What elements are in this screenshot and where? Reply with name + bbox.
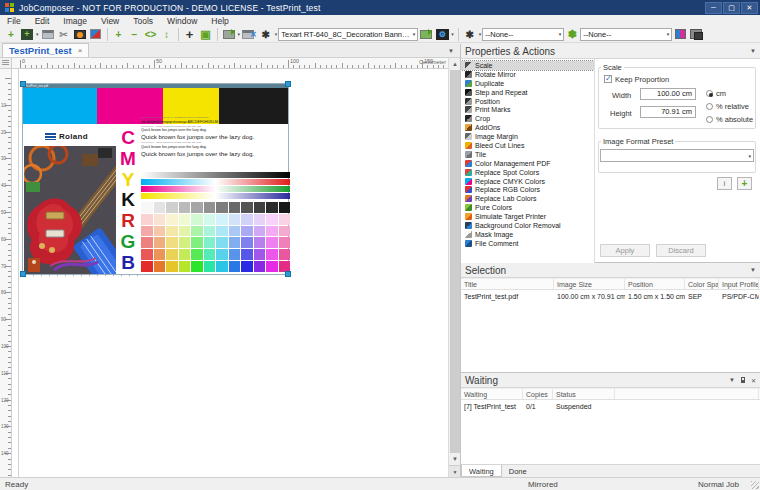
pin-icon[interactable] <box>741 377 745 383</box>
action-position[interactable]: Position <box>461 97 594 106</box>
action-replace-spot-colors[interactable]: Replace Spot Colors <box>461 168 594 177</box>
menu-file[interactable]: File <box>0 16 28 26</box>
preset-wand-icon[interactable]: ✱ <box>463 27 477 41</box>
cut-icon[interactable]: ✂ <box>57 27 71 41</box>
waiting-row[interactable]: [7] TestPrint_test0/1Suspended <box>461 400 760 412</box>
scrollbar-thumb[interactable] <box>450 70 460 453</box>
action-print-marks[interactable]: Print Marks <box>461 105 594 114</box>
swatch <box>254 249 266 260</box>
preset-wand-dropdown[interactable]: ▾ <box>479 31 482 37</box>
printer-flag-icon[interactable] <box>419 27 433 41</box>
minimize-button[interactable]: ─ <box>705 2 722 14</box>
tab-close-icon[interactable]: × <box>78 46 83 55</box>
center-image-icon[interactable]: + <box>183 27 197 41</box>
queue-tab-waiting[interactable]: Waiting <box>461 465 502 477</box>
send-to-print-icon[interactable] <box>222 27 236 41</box>
action-image-margin[interactable]: Image Margin <box>461 132 594 141</box>
action-rotate-mirror[interactable]: Rotate Mirror <box>461 70 594 79</box>
arrange-images-icon[interactable]: ▣ <box>199 27 213 41</box>
selection-row[interactable]: TestPrint_test.pdf100.00 cm x 70.91 cm1.… <box>461 290 760 302</box>
waiting-menu-dropdown[interactable]: ▼ <box>729 377 735 383</box>
zoom-out-icon[interactable]: − <box>128 27 142 41</box>
properties-menu-dropdown[interactable]: ▼ <box>750 48 756 54</box>
print-environment-icon[interactable]: ⚙ <box>435 27 449 41</box>
fit-width-icon[interactable]: <> <box>144 27 158 41</box>
action-scale[interactable]: Scale <box>461 61 594 70</box>
printer-preset-combobox[interactable]: Texart RT-640_8C_Decoration Banner_12P_7… <box>278 28 418 41</box>
action-mask-image[interactable]: Mask Image <box>461 230 594 239</box>
discard-button[interactable]: Discard <box>656 244 706 257</box>
cancel-print-icon[interactable]: ✕ <box>242 27 257 41</box>
action-addons[interactable]: AddOns <box>461 123 594 132</box>
layers-icon[interactable] <box>689 27 703 41</box>
menu-window[interactable]: Window <box>160 16 204 26</box>
action-replace-cmyk-colors[interactable]: Replace CMYK Colors <box>461 177 594 186</box>
selection-menu-dropdown[interactable]: ▼ <box>750 267 756 273</box>
keep-proportion-checkbox[interactable]: Keep Proportion <box>604 75 669 84</box>
new-image-icon[interactable]: + <box>20 27 34 41</box>
layout-canvas[interactable]: TestPrint_test.pdf Roland <box>12 69 448 477</box>
action-step-and-repeat[interactable]: Step and Repeat <box>461 88 594 97</box>
close-button[interactable]: ✕ <box>741 2 758 14</box>
action-replace-lab-colors[interactable]: Replace Lab Colors <box>461 194 594 203</box>
height-input[interactable]: 70.91 cm <box>640 106 696 118</box>
new-image-dropdown[interactable]: ▾ <box>36 31 39 37</box>
print-icon[interactable] <box>41 27 55 41</box>
unit-absolute-radio[interactable]: % absolute <box>706 115 753 124</box>
preset-add-button[interactable]: + <box>737 177 752 190</box>
menu-help[interactable]: Help <box>204 16 235 26</box>
action-replace-rgb-colors[interactable]: Replace RGB Colors <box>461 185 594 194</box>
menu-view[interactable]: View <box>94 16 126 26</box>
quickset-wand-icon[interactable]: ✱ <box>259 27 273 41</box>
action-crop[interactable]: Crop <box>461 114 594 123</box>
quickset-combobox-1[interactable]: --None--▾ <box>482 28 564 41</box>
quickset-wand-dropdown[interactable]: ▾ <box>275 31 278 37</box>
queue-tab-done[interactable]: Done <box>502 465 534 477</box>
image-format-preset-combobox[interactable]: ▾ <box>600 149 754 162</box>
zoom-in-icon[interactable]: + <box>112 27 126 41</box>
split-color-icon[interactable] <box>673 27 687 41</box>
menu-edit[interactable]: Edit <box>28 16 57 26</box>
tab-testprint-test[interactable]: TestPrint_test × <box>2 43 89 57</box>
tab-list-dropdown[interactable]: ▼ <box>448 48 454 54</box>
checkbox-icon[interactable] <box>604 75 612 83</box>
swatch <box>266 202 278 213</box>
print-environment-dropdown[interactable]: ▾ <box>451 31 454 37</box>
main-toolbar: + + ▾ ✂ + − <> ↕ + ▣ ▾ ✕ ✱ ▾ Texart RT-6… <box>0 26 760 43</box>
preset-info-button[interactable]: i <box>717 177 732 190</box>
action-label: Pure Colors <box>475 204 512 211</box>
action-tile[interactable]: Tile <box>461 150 594 159</box>
selection-handle-bottomleft[interactable] <box>20 271 26 277</box>
action-file-comment[interactable]: File Comment <box>461 239 594 248</box>
unit-cm-radio[interactable]: cm <box>706 89 726 98</box>
image-margin-icon <box>465 133 472 140</box>
send-to-print-dropdown[interactable]: ▾ <box>238 31 241 37</box>
action-simulate-target-printer[interactable]: Simulate Target Printer <box>461 212 594 221</box>
quickset-combobox-2[interactable]: --None--▾ <box>580 28 672 41</box>
fit-height-icon[interactable]: ↕ <box>160 27 174 41</box>
selection-handle-topright[interactable] <box>285 81 291 87</box>
menu-image[interactable]: Image <box>56 16 94 26</box>
resize-grip[interactable] <box>751 481 759 489</box>
apply-button[interactable]: Apply <box>600 244 650 257</box>
action-duplicate[interactable]: Duplicate <box>461 79 594 88</box>
waiting-close-icon[interactable]: ✕ <box>751 377 756 384</box>
menu-tools[interactable]: Tools <box>126 16 160 26</box>
print-preview-image[interactable]: TestPrint_test.pdf Roland <box>22 83 289 275</box>
width-input[interactable]: 100.00 cm <box>640 88 696 100</box>
color-flower-icon[interactable]: ✽ <box>565 27 579 41</box>
vertical-scrollbar[interactable]: ▲ ▼ ▼ <box>448 58 460 477</box>
action-bleed-cut-lines[interactable]: Bleed Cut Lines <box>461 141 594 150</box>
selection-handle-bottomright[interactable] <box>285 271 291 277</box>
open-job-icon[interactable] <box>73 27 87 41</box>
maximize-button[interactable]: ▢ <box>723 2 740 14</box>
unit-relative-radio[interactable]: % relative <box>706 102 749 111</box>
selection-handle-topleft[interactable] <box>20 81 26 87</box>
action-pure-colors[interactable]: Pure Colors <box>461 203 594 212</box>
action-color-management-pdf[interactable]: Color Management PDF <box>461 159 594 168</box>
action-background-color-removal[interactable]: Background Color Removal <box>461 221 594 230</box>
swatch <box>254 226 266 237</box>
add-job-icon[interactable]: + <box>4 27 18 41</box>
table-cell: PS/PDF-CMS <box>719 290 759 302</box>
color-settings-icon[interactable] <box>89 27 103 41</box>
